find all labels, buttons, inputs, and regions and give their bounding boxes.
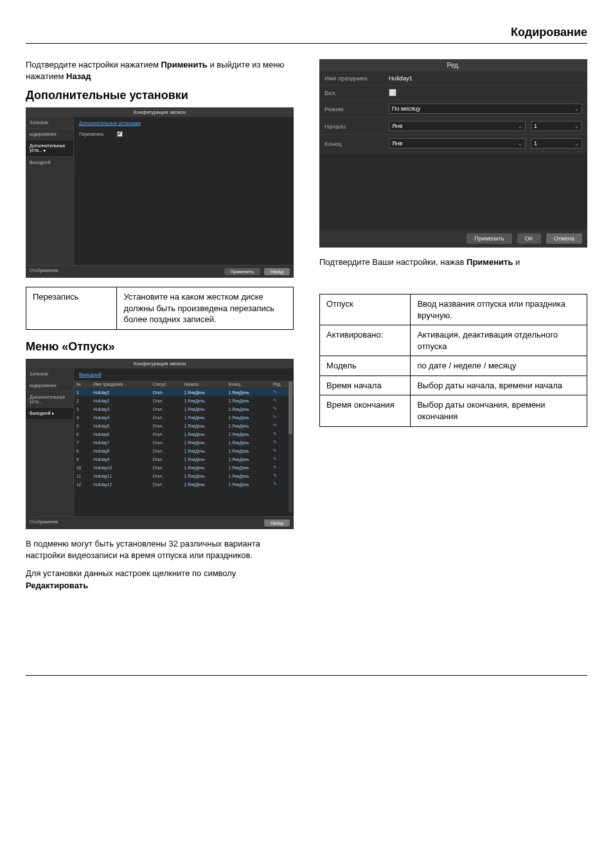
overwrite-label: Перезапись — [79, 132, 104, 136]
text-bold: Редактировать — [26, 581, 88, 590]
table-row[interactable]: 4Holiday4Откл.1.ЯнвДень1.ЯнвДень✎ — [74, 413, 294, 422]
app-main: Дополнительные установки Перезапись — [74, 117, 294, 265]
intro-paragraph: Подтвердите настройки нажатием Применить… — [26, 59, 294, 82]
sidebar-item[interactable]: Выходной — [26, 157, 73, 168]
table-header: Начало — [182, 381, 226, 388]
pencil-icon: ✎ — [273, 482, 278, 487]
table-cell: 1.ЯнвДень — [226, 405, 271, 413]
page-title: Кодирование — [26, 26, 587, 44]
sidebar-item[interactable]: Дополнительные уста... — [26, 140, 73, 157]
app-tab[interactable]: Дополнительные установки — [74, 117, 146, 129]
table-cell: 1.ЯнвДень — [226, 472, 271, 480]
table-cell: Откл. — [150, 480, 181, 489]
table-row[interactable]: 12Holiday12Откл.1.ЯнвДень1.ЯнвДень✎ — [74, 480, 294, 489]
table-cell: Откл. — [150, 472, 181, 480]
mode-select[interactable]: По месяцу ⌄ — [389, 104, 582, 114]
table-cell: Активация, деактивация отдельного отпуск… — [411, 325, 587, 356]
pencil-icon: ✎ — [273, 448, 278, 453]
field-label: Конец — [319, 137, 384, 150]
chevron-down-icon: ⌄ — [518, 141, 522, 147]
table-row[interactable]: 6Holiday6Откл.1.ЯнвДень1.ЯнвДень✎ — [74, 430, 294, 439]
table-cell: Откл. — [150, 388, 181, 397]
start-month-select[interactable]: Янв ⌄ — [389, 121, 526, 131]
select-value: 1 — [534, 123, 537, 129]
paragraph: В подменю могут быть установлены 32 разл… — [26, 538, 294, 561]
table-row[interactable]: 8Holiday8Откл.1.ЯнвДень1.ЯнвДень✎ — [74, 447, 294, 455]
field-description-table: ОтпускВвод названия отпуска или праздник… — [319, 294, 587, 426]
sidebar-item[interactable]: кодирование — [26, 129, 73, 140]
end-month-select[interactable]: Янв ⌄ — [389, 138, 526, 149]
ok-button[interactable]: OK — [517, 233, 541, 244]
table-cell: 1.ЯнвДень — [182, 455, 226, 464]
select-value: 1 — [534, 140, 537, 147]
table-cell: Ввод названия отпуска или праздника вруч… — [411, 294, 587, 325]
table-cell: 5 — [74, 422, 91, 430]
chevron-down-icon: ⌄ — [574, 123, 579, 129]
table-cell: 6 — [74, 430, 91, 439]
holiday-name-input[interactable]: Holiday1 — [384, 71, 587, 85]
app-title: Конфигурация записи — [26, 359, 294, 368]
end-day-select[interactable]: 1 ⌄ — [531, 138, 582, 149]
table-row[interactable]: 10Holiday10Откл.1.ЯнвДень1.ЯнвДень✎ — [74, 464, 294, 472]
pencil-icon: ✎ — [273, 431, 278, 437]
table-cell: 9 — [74, 455, 91, 464]
enable-checkbox[interactable] — [389, 89, 396, 96]
table-cell: 7 — [74, 439, 91, 447]
apply-button[interactable]: Применить — [224, 268, 260, 275]
field-label: Начало — [319, 120, 384, 133]
table-cell: 1.ЯнвДень — [182, 397, 226, 405]
pencil-icon: ✎ — [273, 423, 278, 428]
table-row[interactable]: 1Holiday1Откл.1.ЯнвДень1.ЯнвДень✎ — [74, 388, 294, 397]
table-row[interactable]: 3Holiday3Откл.1.ЯнвДень1.ЯнвДень✎ — [74, 405, 294, 413]
pencil-icon: ✎ — [273, 390, 278, 395]
footer-display-link[interactable]: Отображение — [30, 268, 58, 275]
table-cell: 1.ЯнвДень — [226, 430, 271, 439]
table-header: № — [74, 381, 91, 388]
back-button[interactable]: Назад — [264, 268, 290, 275]
table-row[interactable]: 2Holiday2Откл.1.ЯнвДень1.ЯнвДень✎ — [74, 397, 294, 405]
sidebar-item[interactable]: Дополнительные уста... — [26, 392, 73, 408]
select-value: По месяцу — [392, 105, 420, 112]
table-cell: Выбор даты начала, времени начала — [411, 375, 587, 395]
table-cell: 1.ЯнвДень — [182, 405, 226, 413]
table-cell: Откл. — [150, 455, 181, 464]
paragraph: Подтвердите Ваши настройки, нажав Примен… — [319, 257, 587, 268]
table-cell: Holiday4 — [91, 413, 150, 422]
table-cell: Holiday6 — [91, 430, 150, 439]
app-tab[interactable]: Выходной — [74, 368, 107, 381]
table-cell: Откл. — [150, 447, 181, 455]
start-day-select[interactable]: 1 ⌄ — [531, 121, 582, 131]
table-cell: Holiday9 — [91, 455, 150, 464]
app-main: Выходной №Имя праздникаСтатусНачалоКонец… — [74, 368, 294, 516]
overwrite-checkbox[interactable] — [117, 131, 123, 137]
table-cell: 1.ЯнвДень — [182, 439, 226, 447]
table-cell: Отпуск — [320, 294, 411, 325]
table-row[interactable]: 11Holiday11Откл.1.ЯнвДень1.ЯнвДень✎ — [74, 472, 294, 480]
cancel-button[interactable]: Отмена — [546, 233, 582, 244]
table-row[interactable]: 7Holiday7Откл.1.ЯнвДень1.ЯнвДень✎ — [74, 439, 294, 447]
pencil-icon: ✎ — [273, 440, 278, 445]
sidebar-item[interactable]: кодирование — [26, 380, 73, 392]
table-cell: Holiday5 — [91, 422, 150, 430]
table-cell: 2 — [74, 397, 91, 405]
sidebar-item[interactable]: Выходной — [26, 408, 73, 420]
table-cell: Откл. — [150, 422, 181, 430]
select-value: Янв — [392, 140, 402, 147]
table-row[interactable]: 5Holiday5Откл.1.ЯнвДень1.ЯнвДень✎ — [74, 422, 294, 430]
text: и — [513, 257, 520, 267]
field-label: Режим — [319, 102, 384, 116]
table-cell: 1.ЯнвДень — [182, 464, 226, 472]
table-cell: Holiday7 — [91, 439, 150, 447]
back-button[interactable]: Назад — [264, 520, 290, 527]
table-cell: Откл. — [150, 430, 181, 439]
scrollbar[interactable] — [289, 381, 292, 512]
apply-button[interactable]: Применить — [466, 233, 512, 244]
footer-display-link[interactable]: Отображение — [30, 520, 58, 527]
table-cell: Откл. — [150, 397, 181, 405]
sidebar-item[interactable]: Schedule — [26, 117, 73, 129]
sidebar-item[interactable]: Schedule — [26, 368, 73, 380]
table-row[interactable]: 9Holiday9Откл.1.ЯнвДень1.ЯнвДень✎ — [74, 455, 294, 464]
table-cell: 1.ЯнвДень — [182, 480, 226, 489]
table-cell: Holiday2 — [91, 397, 150, 405]
table-cell: 1.ЯнвДень — [182, 413, 226, 422]
